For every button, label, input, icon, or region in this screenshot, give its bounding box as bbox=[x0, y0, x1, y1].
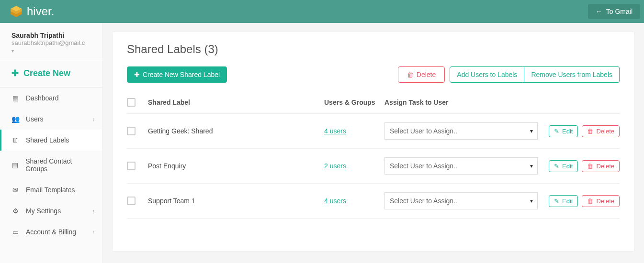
sidebar-item-label: Dashboard bbox=[26, 94, 59, 102]
row-checkbox[interactable] bbox=[127, 197, 136, 205]
edit-label: Edit bbox=[562, 128, 573, 135]
book-icon: ▤ bbox=[11, 161, 19, 169]
plus-icon: ✚ bbox=[11, 68, 19, 78]
table-header: Shared Label Users & Groups Assign Task … bbox=[127, 93, 620, 114]
edit-icon: ✎ bbox=[554, 128, 559, 135]
assign-user-select[interactable]: Select User to Assign.. bbox=[384, 122, 538, 140]
row-checkbox[interactable] bbox=[127, 162, 136, 170]
to-gmail-button[interactable]: ← To Gmail bbox=[588, 4, 640, 19]
create-new-button[interactable]: ✚ Create New bbox=[0, 59, 102, 88]
edit-button[interactable]: ✎ Edit bbox=[549, 160, 578, 172]
grid-icon: ▦ bbox=[11, 94, 19, 102]
delete-button[interactable]: 🗑 Delete bbox=[582, 125, 620, 137]
edit-icon: ✎ bbox=[554, 163, 559, 170]
create-new-label: Create New bbox=[23, 68, 70, 78]
delete-button[interactable]: 🗑 Delete bbox=[582, 195, 620, 207]
sidebar-item-my-settings[interactable]: ⚙ My Settings ‹ bbox=[0, 200, 102, 221]
user-name: Saurabh Tripathi bbox=[11, 32, 92, 39]
row-label: Post Enquiry bbox=[148, 162, 324, 170]
edit-button[interactable]: ✎ Edit bbox=[549, 195, 578, 207]
envelope-icon: ✉ bbox=[11, 186, 19, 194]
chevron-left-icon: ‹ bbox=[92, 208, 94, 214]
sidebar: Saurabh Tripathi saurabhsktripathi@gmail… bbox=[0, 23, 102, 263]
to-gmail-label: To Gmail bbox=[606, 8, 633, 15]
delete-label: Delete bbox=[596, 163, 614, 170]
sidebar-item-label: Email Templates bbox=[26, 186, 75, 194]
edit-label: Edit bbox=[562, 163, 573, 170]
sidebar-item-users[interactable]: 👥 Users ‹ bbox=[0, 109, 102, 130]
content-card: Shared Labels (3) ✚ Create New Shared La… bbox=[112, 32, 634, 252]
sidebar-item-label: Shared Labels bbox=[26, 136, 69, 144]
col-shared-label: Shared Label bbox=[148, 99, 324, 106]
users-link[interactable]: 2 users bbox=[324, 162, 346, 170]
trash-icon: 🗑 bbox=[407, 71, 414, 78]
add-users-label: Add Users to Labels bbox=[457, 71, 517, 78]
plus-icon: ✚ bbox=[134, 71, 140, 78]
edit-label: Edit bbox=[562, 197, 573, 205]
edit-button[interactable]: ✎ Edit bbox=[549, 125, 578, 137]
trash-icon: 🗑 bbox=[587, 197, 593, 205]
sidebar-item-label: My Settings bbox=[26, 207, 61, 215]
topbar: hiver. ← To Gmail bbox=[0, 0, 644, 23]
hiver-logo-icon bbox=[10, 5, 23, 18]
delete-button[interactable]: 🗑 Delete bbox=[582, 160, 620, 172]
row-label: Getting Geek: Shared bbox=[148, 127, 324, 135]
add-users-to-labels-button[interactable]: Add Users to Labels bbox=[450, 66, 524, 83]
assign-user-select[interactable]: Select User to Assign.. bbox=[384, 157, 538, 175]
col-assign: Assign Task to User bbox=[384, 99, 545, 106]
col-users-groups: Users & Groups bbox=[324, 99, 384, 106]
users-link[interactable]: 4 users bbox=[324, 127, 346, 135]
delete-label-text: Delete bbox=[417, 71, 436, 78]
remove-users-from-labels-button[interactable]: Remove Users from Labels bbox=[524, 66, 620, 83]
delete-label: Delete bbox=[596, 197, 614, 205]
users-icon: 👥 bbox=[11, 115, 19, 123]
select-all-checkbox[interactable] bbox=[127, 98, 136, 107]
sidebar-item-label: Users bbox=[26, 115, 44, 123]
create-label-text: Create New Shared Label bbox=[143, 71, 220, 78]
chevron-left-icon: ‹ bbox=[92, 229, 94, 235]
card-icon: ▭ bbox=[11, 228, 19, 236]
file-icon: 🗎 bbox=[11, 136, 19, 144]
delete-selected-button[interactable]: 🗑 Delete bbox=[398, 66, 445, 83]
sidebar-item-account-billing[interactable]: ▭ Account & Billing ‹ bbox=[0, 221, 102, 242]
chevron-left-icon: ‹ bbox=[92, 116, 94, 122]
sidebar-item-label: Account & Billing bbox=[26, 228, 76, 236]
users-link[interactable]: 4 users bbox=[324, 197, 346, 205]
page-title: Shared Labels (3) bbox=[127, 43, 620, 56]
sidebar-item-label: Shared Contact Groups bbox=[25, 157, 92, 173]
create-new-shared-label-button[interactable]: ✚ Create New Shared Label bbox=[127, 66, 227, 83]
assign-user-select[interactable]: Select User to Assign.. bbox=[384, 192, 538, 209]
sidebar-item-shared-labels[interactable]: 🗎 Shared Labels bbox=[0, 130, 102, 151]
table-row: Support Team 1 4 users Select User to As… bbox=[127, 184, 620, 219]
users-labels-button-group: Add Users to Labels Remove Users from La… bbox=[450, 66, 620, 83]
gear-icon: ⚙ bbox=[11, 207, 19, 215]
remove-users-label: Remove Users from Labels bbox=[531, 71, 612, 78]
sidebar-item-dashboard[interactable]: ▦ Dashboard bbox=[0, 88, 102, 109]
user-email: saurabhsktripathi@gmail.c bbox=[11, 39, 92, 46]
sidebar-item-shared-contact-groups[interactable]: ▤ Shared Contact Groups bbox=[0, 151, 102, 179]
main-content: Shared Labels (3) ✚ Create New Shared La… bbox=[102, 23, 644, 263]
caret-down-icon: ▾ bbox=[11, 48, 14, 54]
table-row: Post Enquiry 2 users Select User to Assi… bbox=[127, 149, 620, 184]
edit-icon: ✎ bbox=[554, 197, 559, 205]
arrow-left-icon: ← bbox=[596, 8, 602, 15]
row-checkbox[interactable] bbox=[127, 127, 136, 135]
table-row: Getting Geek: Shared 4 users Select User… bbox=[127, 114, 620, 149]
trash-icon: 🗑 bbox=[587, 128, 593, 135]
brand-logo: hiver. bbox=[10, 5, 54, 18]
trash-icon: 🗑 bbox=[587, 163, 593, 170]
brand-text: hiver. bbox=[27, 5, 54, 18]
action-row: ✚ Create New Shared Label 🗑 Delete Add U… bbox=[127, 66, 620, 83]
row-label: Support Team 1 bbox=[148, 197, 324, 205]
user-block[interactable]: Saurabh Tripathi saurabhsktripathi@gmail… bbox=[0, 23, 102, 59]
delete-label: Delete bbox=[596, 128, 614, 135]
sidebar-item-email-templates[interactable]: ✉ Email Templates bbox=[0, 179, 102, 200]
